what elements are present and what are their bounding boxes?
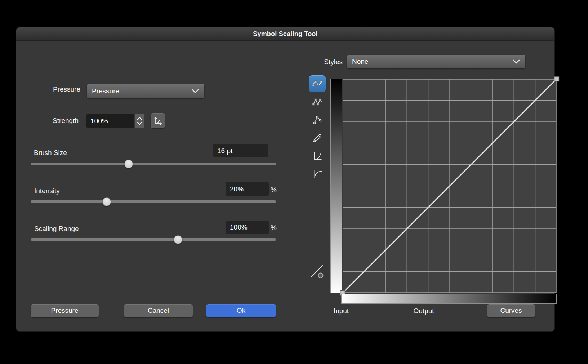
- ok-button[interactable]: Ok: [206, 304, 276, 317]
- ease-in-curve-tool-button[interactable]: [309, 147, 326, 164]
- intensity-unit-label: %: [271, 186, 277, 194]
- styles-dropdown[interactable]: None: [347, 55, 525, 68]
- strength-curve-button[interactable]: [151, 113, 165, 128]
- chevron-down-icon: [512, 59, 520, 64]
- pencil-tool-button[interactable]: [309, 129, 326, 146]
- vertical-gradient-ramp: [330, 79, 342, 293]
- chevron-down-icon: [191, 89, 199, 94]
- brush-size-slider-thumb[interactable]: [124, 160, 133, 168]
- output-label: Output: [402, 307, 445, 315]
- pressure-dropdown[interactable]: Pressure: [87, 84, 204, 98]
- intensity-slider-thumb[interactable]: [102, 197, 111, 206]
- scaling-range-value-field[interactable]: 100%: [226, 221, 269, 234]
- smooth-curve-icon: [312, 79, 323, 88]
- scaling-range-label: Scaling Range: [34, 224, 79, 234]
- intensity-slider[interactable]: [31, 200, 276, 203]
- ease-out-curve-icon: [312, 169, 322, 179]
- ease-out-curve-tool-button[interactable]: [309, 165, 326, 182]
- intensity-value: 20%: [230, 185, 244, 193]
- axis-curve-icon: [153, 116, 163, 126]
- brush-size-label: Brush Size: [34, 148, 67, 158]
- strength-field-value: 100%: [90, 117, 108, 125]
- strength-stepper[interactable]: [135, 114, 144, 128]
- point-line-tool-button[interactable]: [309, 111, 326, 128]
- polyline-curve-icon: [312, 97, 323, 106]
- cancel-button[interactable]: Cancel: [124, 304, 193, 317]
- symbol-scaling-dialog: Symbol Scaling Tool Pressure Pressure St…: [16, 27, 555, 332]
- linear-line-icon: [309, 262, 325, 279]
- ease-in-curve-icon: [312, 151, 322, 161]
- point-line-icon: [312, 115, 322, 125]
- intensity-label: Intensity: [34, 186, 60, 196]
- linear-reset-tool-button[interactable]: [309, 262, 325, 279]
- stepper-down-icon: [137, 121, 142, 125]
- styles-dropdown-value: None: [352, 58, 368, 66]
- scaling-range-slider[interactable]: [31, 238, 276, 241]
- scaling-range-unit-label: %: [271, 224, 277, 232]
- pressure-label: Pressure: [16, 84, 80, 94]
- pressure-dropdown-value: Pressure: [92, 87, 119, 95]
- brush-size-slider[interactable]: [31, 163, 276, 165]
- horizontal-gradient-ramp: [341, 294, 557, 304]
- pencil-icon: [312, 133, 322, 143]
- stepper-up-icon: [137, 117, 142, 120]
- brush-size-value-field[interactable]: 16 pt: [213, 144, 268, 157]
- screen-background: Symbol Scaling Tool Pressure Pressure St…: [0, 0, 588, 364]
- brush-size-value: 16 pt: [217, 147, 232, 155]
- pressure-button[interactable]: Pressure: [31, 304, 99, 317]
- curve-editor-grid[interactable]: [343, 79, 557, 293]
- strength-label: Strength: [16, 116, 79, 126]
- scaling-range-slider-thumb[interactable]: [174, 235, 182, 244]
- scaling-range-value: 100%: [230, 223, 248, 231]
- polyline-curve-tool-button[interactable]: [309, 93, 326, 110]
- window-title: Symbol Scaling Tool: [253, 30, 318, 38]
- styles-label: Styles: [268, 57, 343, 67]
- smooth-curve-tool-button[interactable]: [309, 75, 326, 92]
- intensity-value-field[interactable]: 20%: [226, 182, 269, 196]
- input-label: Input: [320, 307, 363, 315]
- strength-field[interactable]: 100%: [86, 114, 134, 128]
- curves-button[interactable]: Curves: [487, 304, 535, 317]
- window-titlebar[interactable]: Symbol Scaling Tool: [16, 27, 554, 41]
